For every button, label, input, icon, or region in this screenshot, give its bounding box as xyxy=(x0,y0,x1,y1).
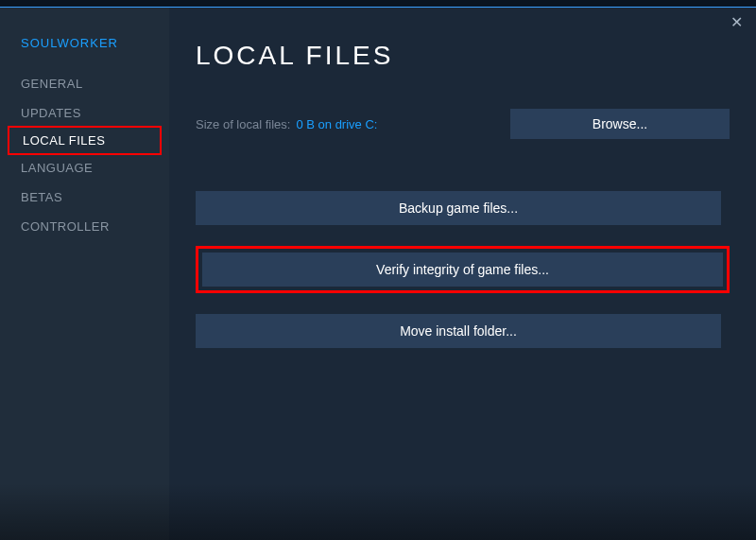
browse-button[interactable]: Browse... xyxy=(510,109,730,139)
sidebar-item-language[interactable]: LANGUAGE xyxy=(0,153,169,183)
main-panel: LOCAL FILES Size of local files: 0 B on … xyxy=(169,8,756,540)
sidebar-item-updates[interactable]: UPDATES xyxy=(0,98,169,128)
close-icon[interactable]: ✕ xyxy=(730,13,743,31)
size-label: Size of local files: xyxy=(196,117,290,131)
sidebar-item-general[interactable]: GENERAL xyxy=(0,69,169,98)
size-value: 0 B on drive C: xyxy=(296,117,377,131)
local-files-size-row: Size of local files: 0 B on drive C: Bro… xyxy=(196,109,730,139)
verify-integrity-button[interactable]: Verify integrity of game files... xyxy=(202,253,723,287)
main-container: SOULWORKER GENERAL UPDATES LOCAL FILES L… xyxy=(0,8,756,540)
verify-highlight: Verify integrity of game files... xyxy=(196,246,730,293)
backup-game-files-button[interactable]: Backup game files... xyxy=(196,191,721,225)
sidebar-item-controller[interactable]: CONTROLLER xyxy=(0,212,169,241)
sidebar-item-local-files[interactable]: LOCAL FILES xyxy=(8,126,162,155)
move-install-folder-button[interactable]: Move install folder... xyxy=(196,314,721,348)
sidebar-item-betas[interactable]: BETAS xyxy=(0,183,169,212)
sidebar: SOULWORKER GENERAL UPDATES LOCAL FILES L… xyxy=(0,8,169,540)
app-title: SOULWORKER xyxy=(0,36,169,69)
window-topbar xyxy=(0,0,756,8)
page-title: LOCAL FILES xyxy=(196,41,730,71)
